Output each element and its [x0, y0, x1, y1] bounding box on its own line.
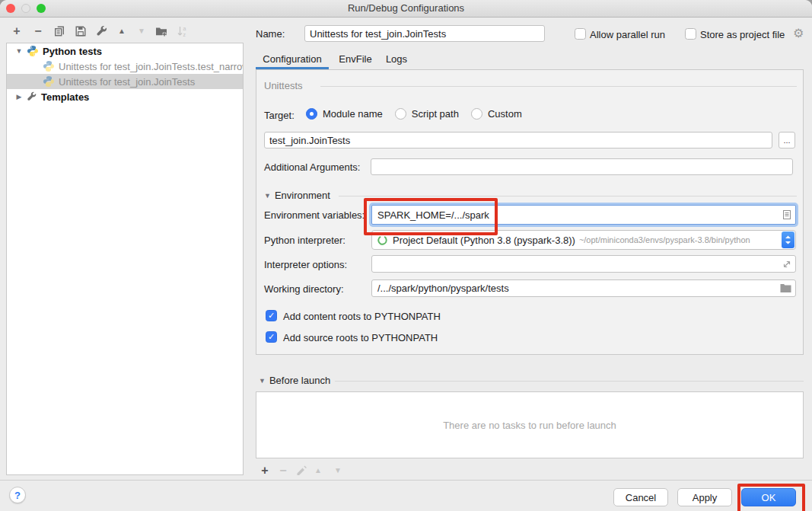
sidebar-item-unittests-selected[interactable]: Unittests for test_join.JoinTests [7, 74, 243, 89]
cancel-button[interactable]: Cancel [613, 488, 668, 506]
working-directory-input[interactable] [376, 282, 780, 295]
before-launch-edit-button [295, 465, 307, 477]
wrench-icon [96, 25, 108, 37]
run-debug-configurations-dialog: Run/Debug Configurations + − ▲ ▼ [0, 0, 812, 511]
tab-label: Logs [386, 53, 407, 65]
svg-text:z: z [183, 32, 186, 37]
before-launch-move-down-button: ▼ [332, 465, 344, 477]
environment-variables-label: Environment variables: [264, 209, 365, 221]
python-icon [43, 60, 55, 72]
radio-module-name-label: Module name [323, 108, 383, 120]
tab-envfile[interactable]: EnvFile [338, 50, 373, 67]
environment-group-label: Environment [275, 190, 330, 201]
title-bar: Run/Debug Configurations [0, 0, 812, 18]
footer-separator [0, 480, 812, 481]
target-radio-group: Module name Script path Custom [306, 108, 522, 120]
allow-parallel-run-label: Allow parallel run [590, 29, 665, 40]
remove-icon: − [279, 465, 286, 477]
add-content-roots-label: Add content roots to PYTHONPATH [283, 311, 441, 322]
cancel-label: Cancel [626, 492, 656, 503]
add-source-roots-checkbox[interactable]: ✓ [266, 331, 277, 343]
interpreter-options-field[interactable] [371, 255, 796, 273]
folder-icon[interactable] [780, 283, 791, 293]
remove-configuration-button[interactable]: − [32, 25, 44, 37]
window-title: Run/Debug Configurations [0, 0, 812, 17]
expand-field-icon[interactable] [782, 260, 791, 269]
python-interpreter-path: ~/opt/miniconda3/envs/pyspark-3.8/bin/py… [579, 235, 750, 244]
group-separator [320, 86, 797, 87]
gear-icon[interactable]: ⚙ [793, 26, 804, 40]
unittests-group-label: Unittests [264, 80, 303, 91]
dropdown-stepper-icon[interactable] [782, 232, 794, 248]
working-directory-field[interactable] [371, 279, 796, 297]
tab-logs[interactable]: Logs [382, 50, 411, 67]
tab-label: Configuration [263, 53, 321, 65]
add-configuration-button[interactable]: + [11, 25, 23, 37]
svg-text:a: a [183, 26, 186, 31]
collapse-arrow-icon: ▼ [264, 192, 271, 200]
interpreter-options-label: Interpreter options: [264, 259, 347, 270]
question-icon: ? [14, 490, 21, 501]
allow-parallel-run-checkbox[interactable] [575, 28, 586, 40]
help-button[interactable]: ? [9, 487, 26, 503]
edit-templates-button[interactable] [96, 25, 108, 37]
name-input[interactable] [304, 25, 545, 42]
sidebar-item-label: Templates [41, 91, 89, 103]
move-up-button[interactable]: ▲ [116, 25, 128, 37]
additional-arguments-input[interactable] [371, 158, 793, 175]
ok-button[interactable]: OK [741, 488, 796, 506]
python-interpreter-select[interactable]: Project Default (Python 3.8 (pyspark-3.8… [371, 230, 796, 250]
before-launch-section-header[interactable]: ▼ Before launch [259, 375, 330, 386]
sidebar-item-label: Python tests [43, 46, 102, 57]
move-up-icon: ▲ [314, 465, 322, 477]
radio-module-name[interactable] [306, 108, 317, 120]
environment-section-header[interactable]: ▼ Environment [264, 190, 330, 201]
sidebar-item-unittests-test-narrow[interactable]: Unittests for test_join.JoinTests.test_n… [7, 59, 243, 74]
target-input[interactable] [264, 132, 772, 149]
env-vars-browse-icon[interactable] [782, 209, 791, 220]
apply-button[interactable]: Apply [677, 488, 732, 506]
interpreter-options-input[interactable] [376, 257, 782, 270]
remove-icon: − [34, 25, 41, 37]
environment-variables-field[interactable] [371, 205, 796, 225]
store-as-project-file-label: Store as project file [700, 29, 785, 40]
group-separator [335, 381, 804, 382]
radio-script-path-label: Script path [412, 108, 459, 120]
browse-target-button[interactable]: ... [779, 132, 795, 149]
sidebar-item-python-tests[interactable]: ▼ Python tests [7, 43, 243, 59]
before-launch-group-label: Before launch [269, 375, 330, 386]
store-as-project-file-checkbox[interactable] [685, 28, 696, 40]
radio-script-path[interactable] [395, 108, 406, 120]
python-icon [27, 45, 39, 57]
before-launch-remove-button: − [277, 465, 289, 477]
before-launch-move-up-button: ▲ [312, 465, 324, 477]
sidebar-item-label: Unittests for test_join.JoinTests [59, 76, 195, 88]
sort-az-icon: a z [177, 25, 189, 37]
save-configuration-button[interactable] [75, 25, 87, 37]
python-icon [43, 75, 55, 88]
conda-env-icon [377, 235, 388, 246]
before-launch-add-button[interactable]: + [259, 465, 271, 477]
ellipsis-icon: ... [783, 136, 790, 145]
configuration-panel: Unittests Target: Module name Script pat… [256, 69, 804, 355]
sidebar-item-templates[interactable]: ▶ Templates [7, 89, 243, 104]
before-launch-empty-message: There are no tasks to run before launch [443, 420, 616, 431]
tree-collapsed-icon[interactable]: ▶ [14, 93, 24, 101]
copy-icon [53, 25, 65, 37]
name-label: Name: [256, 28, 285, 40]
additional-arguments-label: Additional Arguments: [264, 161, 360, 173]
add-content-roots-checkbox[interactable]: ✓ [266, 310, 277, 321]
collapse-arrow-icon: ▼ [259, 377, 266, 385]
tree-expanded-icon[interactable]: ▼ [14, 47, 24, 55]
environment-variables-input[interactable] [376, 209, 782, 222]
tab-configuration[interactable]: Configuration [256, 50, 329, 69]
pencil-icon [296, 465, 307, 476]
move-down-icon: ▼ [138, 25, 145, 37]
tab-label: EnvFile [339, 53, 371, 65]
python-interpreter-value: Project Default (Python 3.8 (pyspark-3.8… [393, 235, 575, 246]
create-folder-button[interactable] [155, 25, 167, 37]
radio-custom[interactable] [471, 108, 482, 120]
copy-configuration-button[interactable] [53, 25, 65, 37]
wrench-icon [27, 91, 37, 102]
python-interpreter-label: Python interpreter: [264, 235, 345, 246]
